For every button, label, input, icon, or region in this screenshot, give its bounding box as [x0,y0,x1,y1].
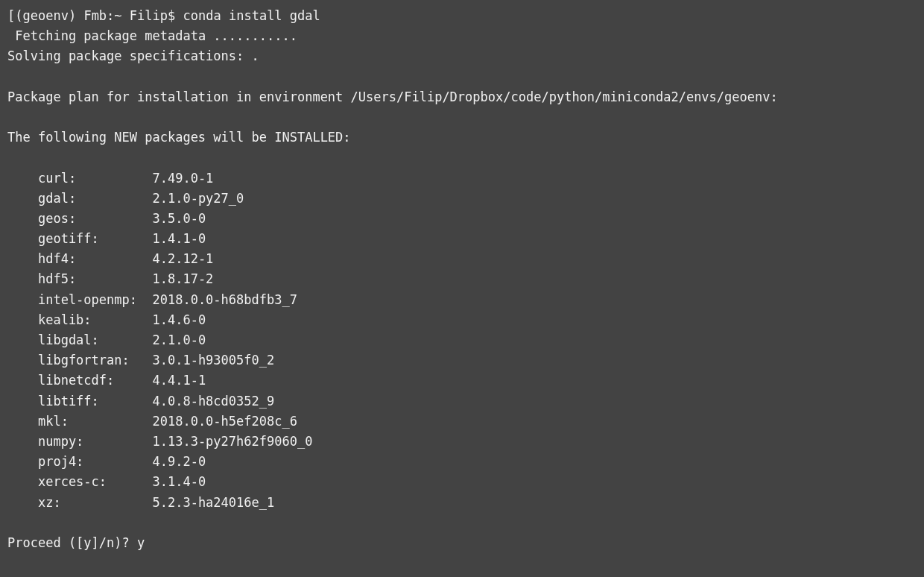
package-row: proj4: 4.9.2-0 [38,452,917,472]
proceed-line[interactable]: Proceed ([y]/n)? y [7,533,917,553]
proceed-answer[interactable]: y [137,535,145,550]
blank-line [7,148,917,168]
username: Filip [130,8,168,23]
package-version: 1.4.6-0 [152,312,206,327]
package-version: 3.0.1-h93005f0_2 [152,353,274,368]
package-name: libgfortran: [38,350,145,371]
bracket-open: [ [7,8,15,23]
blank-line [7,107,917,127]
package-row: libnetcdf: 4.4.1-1 [38,371,917,391]
hostname: Fmb [83,8,107,23]
package-version: 2.1.0-py27_0 [152,191,244,206]
package-row: hdf5: 1.8.17-2 [38,269,917,289]
package-row: curl: 7.49.0-1 [38,168,917,189]
package-version: 2.1.0-0 [152,332,206,347]
package-row: xerces-c: 3.1.4-0 [38,472,917,492]
package-version: 4.2.12-1 [152,251,213,266]
package-row: hdf4: 4.2.12-1 [38,249,917,269]
package-name: proj4: [38,452,145,472]
package-version: 7.49.0-1 [152,171,213,186]
package-row: libtiff: 4.0.8-h8cd0352_9 [38,391,917,412]
package-row: geotiff: 1.4.1-0 [38,229,917,249]
package-row: gdal: 2.1.0-py27_0 [38,189,917,209]
package-name: kealib: [38,310,145,330]
package-version: 2018.0.0-h5ef208c_6 [152,414,297,429]
package-row: libgfortran: 3.0.1-h93005f0_2 [38,350,917,371]
package-name: geotiff: [38,229,145,249]
package-name: gdal: [38,189,145,209]
package-row: intel-openmp: 2018.0.0-h68bdfb3_7 [38,290,917,310]
package-version: 3.5.0-0 [152,211,206,226]
package-name: libgdal: [38,330,145,350]
fetching-line: Fetching package metadata ........... [7,26,917,46]
proceed-prompt: Proceed ([y]/n)? [7,535,130,550]
package-name: numpy: [38,432,145,452]
package-name: intel-openmp: [38,290,145,310]
dollar-sign: $ [168,8,175,23]
package-row: mkl: 2018.0.0-h5ef208c_6 [38,412,917,432]
separator: : [107,8,114,23]
packages-list: curl: 7.49.0-1gdal: 2.1.0-py27_0geos: 3.… [7,168,917,513]
package-version: 1.13.3-py27h62f9060_0 [152,434,312,449]
package-version: 4.4.1-1 [152,373,206,388]
package-version: 4.9.2-0 [152,454,206,469]
package-row: xz: 5.2.3-ha24016e_1 [38,493,917,513]
package-row: numpy: 1.13.3-py27h62f9060_0 [38,432,917,452]
blank-line [7,67,917,87]
package-name: hdf4: [38,249,145,269]
package-version: 4.0.8-h8cd0352_9 [152,394,274,409]
package-name: hdf5: [38,269,145,289]
command-input[interactable]: conda install gdal [183,8,320,23]
package-version: 2018.0.0-h68bdfb3_7 [152,292,297,307]
package-version: 1.4.1-0 [152,231,206,246]
env-name: (geoenv) [15,8,76,23]
package-version: 3.1.4-0 [152,474,206,489]
package-version: 5.2.3-ha24016e_1 [152,495,274,510]
package-name: geos: [38,209,145,229]
solving-line: Solving package specifications: . [7,46,917,66]
package-row: libgdal: 2.1.0-0 [38,330,917,350]
package-plan-line: Package plan for installation in environ… [7,87,917,107]
package-name: mkl: [38,412,145,432]
package-row: kealib: 1.4.6-0 [38,310,917,330]
package-name: curl: [38,168,145,189]
terminal-prompt-line: [(geoenv) Fmb:~ Filip$ conda install gda… [7,6,917,26]
package-name: libtiff: [38,391,145,412]
package-name: xerces-c: [38,472,145,492]
package-version: 1.8.17-2 [152,271,213,286]
blank-line [7,513,917,533]
new-packages-header: The following NEW packages will be INSTA… [7,127,917,148]
package-name: xz: [38,493,145,513]
package-name: libnetcdf: [38,371,145,391]
package-row: geos: 3.5.0-0 [38,209,917,229]
path: ~ [114,8,121,23]
